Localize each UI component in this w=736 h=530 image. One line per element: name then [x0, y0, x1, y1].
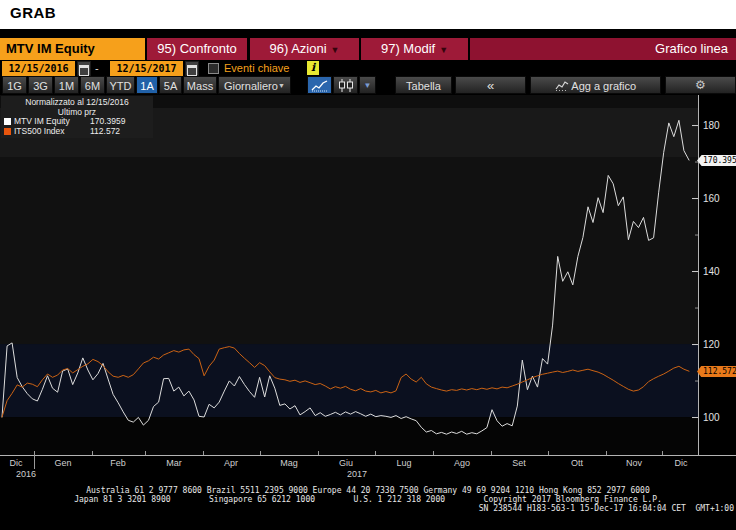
month-label: Nov [626, 458, 643, 468]
month-label: Set [512, 458, 526, 468]
plot-band [0, 417, 698, 455]
y-axis-label: 120 [703, 339, 720, 350]
chart-legend: Normalizzato al 12/15/2016 Ultimo prz MT… [1, 96, 153, 138]
month-label: Dic [675, 458, 688, 468]
y-axis-label: 180 [703, 120, 720, 131]
month-label: Lug [396, 458, 411, 468]
footer-contact-line1: Australia 61 2 9777 8600 Brazil 5511 239… [0, 486, 736, 495]
month-label: Mar [166, 458, 182, 468]
bloomberg-terminal-window: GRAB MTV IM Equity 95) Confronto 96) Azi… [0, 0, 736, 530]
its500-swatch-icon [4, 128, 11, 135]
y-axis-label: 160 [703, 193, 720, 204]
month-label: Ago [454, 458, 470, 468]
month-label: Ott [571, 458, 584, 468]
footer-contact-line2: Japan 81 3 3201 8900 Singapore 65 6212 1… [0, 495, 736, 504]
year-label: 2017 [347, 469, 367, 479]
y-axis-label: 100 [703, 412, 720, 423]
month-label: Feb [110, 458, 126, 468]
mtv-swatch-icon [4, 118, 11, 125]
month-label: Giu [339, 458, 353, 468]
year-label: 2016 [16, 469, 36, 479]
price-chart[interactable]: 100120140160180DicGenFebMarAprMagGiuLugA… [0, 0, 736, 530]
legend-item-its500: ITS500 Index 112.572 [4, 127, 150, 137]
its500-last-price-tag: 112.572 [697, 366, 736, 377]
month-label: Dic [10, 458, 23, 468]
mtv-last-price-tag: 170.3959 [697, 155, 736, 166]
month-label: Mag [280, 458, 298, 468]
footer-session-line: SN 238544 H183-563-1 15-Dec-17 16:04:04 … [0, 504, 736, 513]
plot-band [0, 344, 698, 417]
plot-band [0, 157, 698, 344]
y-axis-label: 140 [703, 266, 720, 277]
month-label: Gen [54, 458, 71, 468]
month-label: Apr [224, 458, 238, 468]
